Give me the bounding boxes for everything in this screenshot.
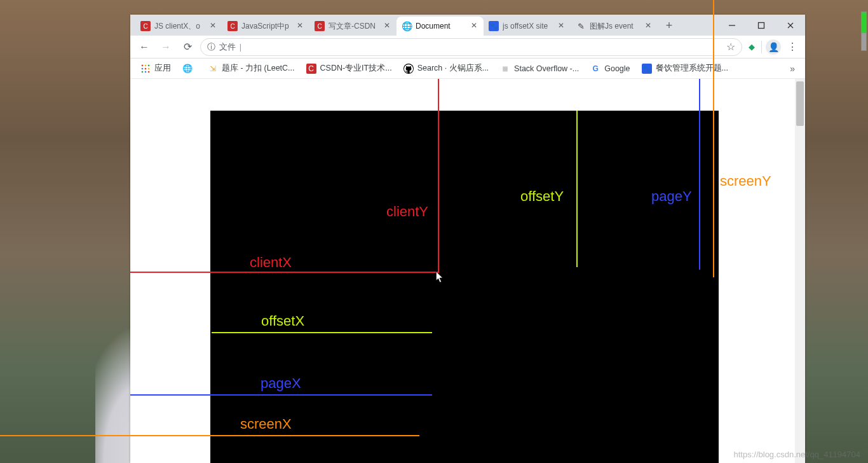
bookmark-label: Search · 火锅店系...	[417, 63, 489, 74]
screenx-label: screenX	[240, 416, 292, 432]
profile-avatar[interactable]: 👤	[766, 39, 781, 55]
csdn-icon: C	[140, 21, 151, 31]
close-icon[interactable]: ✕	[208, 22, 217, 31]
leetcode-icon	[208, 64, 218, 74]
csdn-icon: C	[306, 64, 316, 74]
github-icon	[403, 64, 414, 74]
close-icon[interactable]: ✕	[470, 22, 478, 31]
blog-icon: ✎	[576, 21, 586, 31]
close-icon[interactable]: ✕	[557, 22, 566, 31]
bookmark-label: 题库 - 力扣 (LeetC...	[222, 63, 295, 74]
apps-icon	[140, 64, 151, 74]
url-text: 文件 |	[219, 41, 722, 53]
baidu-icon: 🐾	[642, 64, 652, 74]
tab-0[interactable]: C JS clientX、o ✕	[135, 17, 222, 36]
apps-button[interactable]: 应用	[137, 61, 175, 76]
bookmark-star-icon[interactable]: ☆	[726, 41, 735, 53]
watermark: https://blog.csdn.net/qq_41194704	[734, 450, 861, 459]
bookmark-item[interactable]: 题库 - 力扣 (LeetC...	[204, 61, 299, 76]
tab-4[interactable]: 🐾 js offsetX site ✕	[484, 17, 571, 36]
csdn-icon: C	[227, 21, 238, 31]
bookmarks-bar: 应用 题库 - 力扣 (LeetC... C CSDN-专业IT技术... Se…	[130, 59, 805, 79]
csdn-icon: C	[315, 21, 325, 31]
extension-icon[interactable]: ◆	[746, 41, 757, 53]
window-controls	[717, 15, 805, 36]
tab-title: Document	[416, 22, 466, 31]
toolbar: ← → ⟳ ⓘ 文件 | ☆ ◆ 👤 ⋮	[130, 36, 805, 59]
bookmark-label: 餐饮管理系统开题...	[656, 63, 728, 74]
clienty-line	[438, 79, 439, 273]
offsety-line	[576, 111, 578, 267]
clientx-label: clientX	[250, 254, 292, 271]
divider	[761, 41, 762, 53]
bookmark-item[interactable]: Search · 火锅店系...	[400, 61, 492, 76]
tab-5[interactable]: ✎ 图解Js event ✕	[571, 17, 658, 36]
pagex-line	[130, 394, 432, 396]
offsety-label: offsetY	[520, 188, 564, 205]
tab-title: 写文章-CSDN	[329, 21, 379, 32]
bookmarks-overflow-button[interactable]: »	[786, 64, 799, 74]
bookmark-label: Google	[604, 64, 630, 73]
system-indicator	[861, 11, 867, 51]
cursor-icon	[435, 271, 445, 284]
vertical-scrollbar[interactable]: ▲	[795, 79, 805, 463]
reload-button[interactable]: ⟳	[179, 38, 196, 56]
clienty-label: clientY	[386, 204, 428, 220]
maximize-button[interactable]	[747, 15, 776, 36]
titlebar: C JS clientX、o ✕ C JavaScript中p ✕ C 写文章-…	[130, 15, 805, 36]
new-tab-button[interactable]: +	[660, 17, 678, 34]
close-icon[interactable]: ✕	[383, 22, 391, 31]
close-icon[interactable]: ✕	[644, 22, 653, 31]
apps-label: 应用	[154, 63, 171, 74]
bookmark-item[interactable]: C CSDN-专业IT技术...	[302, 61, 396, 76]
browser-window: C JS clientX、o ✕ C JavaScript中p ✕ C 写文章-…	[130, 15, 805, 463]
offsetx-label: offsetX	[261, 313, 304, 329]
back-button[interactable]: ←	[135, 38, 153, 56]
stackoverflow-icon	[500, 64, 510, 74]
address-bar[interactable]: ⓘ 文件 | ☆	[200, 38, 742, 56]
tab-title: JS clientX、o	[154, 21, 205, 32]
google-icon: G	[590, 64, 600, 74]
tab-2[interactable]: C 写文章-CSDN ✕	[309, 17, 397, 36]
menu-button[interactable]: ⋮	[785, 41, 800, 53]
scrollbar-thumb[interactable]	[796, 81, 804, 126]
clientx-line	[130, 272, 438, 273]
pagey-line	[699, 79, 700, 270]
close-icon[interactable]: ✕	[295, 22, 304, 31]
tab-1[interactable]: C JavaScript中p ✕	[222, 17, 309, 36]
bookmark-item[interactable]	[179, 62, 200, 76]
tab-3-active[interactable]: 🌐 Document ✕	[397, 17, 484, 36]
globe-icon: 🌐	[402, 21, 412, 31]
bookmark-label: Stack Overflow -...	[514, 64, 579, 73]
screenx-line	[130, 435, 419, 436]
bookmark-label: CSDN-专业IT技术...	[320, 63, 392, 74]
tab-title: 图解Js event	[590, 21, 640, 32]
target-element[interactable]	[210, 111, 719, 463]
bookmark-item[interactable]: G Google	[587, 62, 634, 76]
tab-title: js offsetX site	[503, 22, 553, 31]
offsetx-line	[212, 332, 432, 333]
pagex-label: pageX	[261, 375, 301, 392]
forward-button[interactable]: →	[157, 38, 175, 56]
tab-title: JavaScript中p	[241, 21, 292, 32]
close-button[interactable]	[776, 15, 805, 36]
svg-rect-1	[759, 22, 764, 28]
globe-icon	[182, 64, 193, 74]
bookmark-item[interactable]: 🐾 餐饮管理系统开题...	[638, 61, 732, 76]
tab-strip: C JS clientX、o ✕ C JavaScript中p ✕ C 写文章-…	[130, 15, 717, 36]
page-viewport: clientX clientY offsetX offsetY pageX pa…	[130, 79, 805, 463]
bookmark-item[interactable]: Stack Overflow -...	[496, 62, 583, 76]
pagey-label: pageY	[651, 188, 692, 205]
info-icon[interactable]: ⓘ	[207, 41, 215, 53]
minimize-button[interactable]	[717, 15, 747, 36]
baidu-icon: 🐾	[489, 21, 499, 31]
